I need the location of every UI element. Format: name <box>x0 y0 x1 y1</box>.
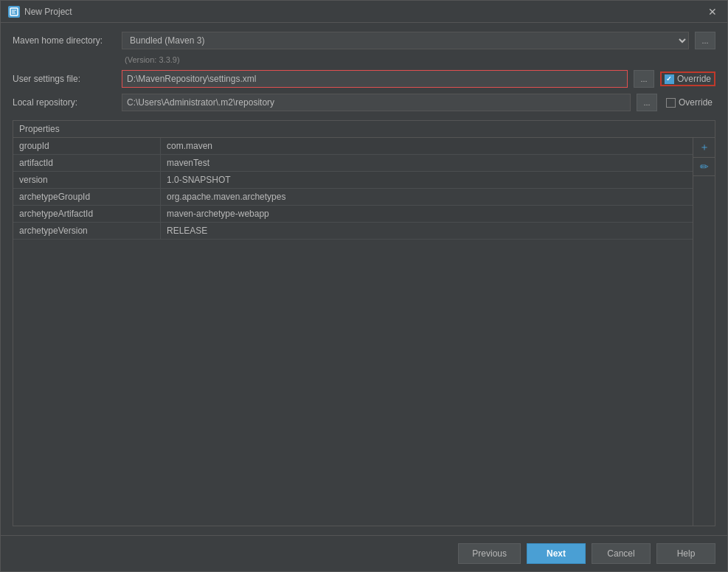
prop-key: archetypeArtifactId <box>13 206 161 222</box>
override-checked-wrapper: Override <box>660 72 715 86</box>
title-bar-left: New Project <box>8 6 72 18</box>
maven-home-select[interactable]: Bundled (Maven 3) <box>122 32 689 49</box>
table-row: archetypeGroupId org.apache.maven.archet… <box>13 189 693 206</box>
properties-content: groupId com.maven artifactId mavenTest v… <box>13 138 715 526</box>
maven-version-text: (Version: 3.3.9) <box>125 55 715 64</box>
prop-value: 1.0-SNAPSHOT <box>161 172 693 188</box>
properties-header: Properties <box>13 121 715 138</box>
user-settings-input[interactable] <box>122 70 628 88</box>
table-row: archetypeArtifactId maven-archetype-weba… <box>13 206 693 223</box>
local-repo-row: Local repository: ... Override <box>13 94 715 111</box>
dialog-content: Maven home directory: Bundled (Maven 3) … <box>1 23 727 535</box>
prop-key: groupId <box>13 138 161 154</box>
dialog-buttons: Previous Next Cancel Help <box>1 535 727 571</box>
add-property-button[interactable]: ＋ <box>693 138 715 158</box>
user-settings-override-label: Override <box>677 74 711 84</box>
prop-key: version <box>13 172 161 188</box>
close-button[interactable]: ✕ <box>705 4 720 19</box>
prop-key: archetypeVersion <box>13 223 161 239</box>
maven-home-label: Maven home directory: <box>13 35 116 46</box>
local-repo-input[interactable] <box>122 94 631 111</box>
maven-home-row: Maven home directory: Bundled (Maven 3) … <box>13 32 715 49</box>
previous-button[interactable]: Previous <box>458 543 521 564</box>
next-button[interactable]: Next <box>527 543 586 564</box>
maven-home-browse-button[interactable]: ... <box>695 32 715 49</box>
prop-value: maven-archetype-webapp <box>161 206 693 222</box>
user-settings-row: User settings file: ... Override <box>13 70 715 88</box>
local-repo-label: Local repository: <box>13 97 116 108</box>
table-row: archetypeVersion RELEASE <box>13 223 693 240</box>
help-button[interactable]: Help <box>656 543 715 564</box>
prop-value: com.maven <box>161 138 693 154</box>
local-repo-browse-button[interactable]: ... <box>637 94 657 111</box>
edit-property-button[interactable]: ✏ <box>693 158 715 176</box>
table-row: artifactId mavenTest <box>13 155 693 172</box>
local-repo-override-wrapper: Override <box>663 97 715 108</box>
dialog-title: New Project <box>24 7 72 17</box>
user-settings-label: User settings file: <box>13 74 116 84</box>
properties-actions: ＋ ✏ <box>693 138 715 526</box>
dialog-icon <box>8 6 20 18</box>
properties-table: groupId com.maven artifactId mavenTest v… <box>13 138 693 526</box>
prop-value: mavenTest <box>161 155 693 171</box>
prop-value: org.apache.maven.archetypes <box>161 189 693 205</box>
properties-section: Properties groupId com.maven artifactId … <box>13 120 715 526</box>
user-settings-override-checkbox[interactable] <box>665 74 674 84</box>
prop-key: artifactId <box>13 155 161 171</box>
local-repo-override-checkbox[interactable] <box>666 98 676 108</box>
user-settings-browse-button[interactable]: ... <box>634 70 654 88</box>
local-repo-override-label: Override <box>679 97 713 108</box>
prop-key: archetypeGroupId <box>13 189 161 205</box>
prop-value: RELEASE <box>161 223 693 239</box>
table-row: version 1.0-SNAPSHOT <box>13 172 693 189</box>
new-project-dialog: New Project ✕ Maven home directory: Bund… <box>0 0 728 572</box>
table-row: groupId com.maven <box>13 138 693 155</box>
title-bar: New Project ✕ <box>1 1 727 23</box>
cancel-button[interactable]: Cancel <box>592 543 651 564</box>
